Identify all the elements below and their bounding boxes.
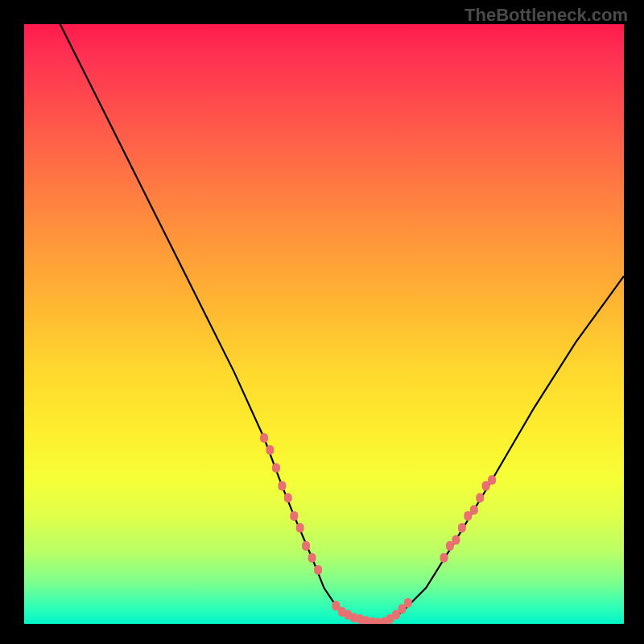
chart-svg — [24, 24, 624, 624]
marker-dot — [356, 614, 364, 624]
marker-dot — [482, 481, 490, 491]
marker-dot — [476, 493, 484, 503]
marker-dot — [440, 553, 448, 563]
marker-dot — [470, 506, 478, 515]
marker-dot — [290, 511, 298, 521]
marker-dot — [362, 616, 370, 624]
marker-dot — [314, 565, 322, 575]
marker-dot — [302, 541, 310, 551]
marker-dot — [266, 445, 274, 455]
marker-dot — [458, 523, 466, 533]
marker-dot — [278, 481, 286, 491]
marker-dot — [344, 610, 352, 620]
marker-dot — [488, 475, 496, 485]
marker-dot — [392, 610, 400, 620]
marker-dot — [260, 433, 268, 443]
marker-dot — [464, 511, 472, 521]
marker-dot — [284, 493, 292, 503]
marker-dot — [452, 535, 460, 545]
marker-dot — [308, 553, 316, 563]
marker-dot — [404, 598, 412, 608]
marker-dot — [386, 614, 394, 624]
main-curve — [60, 24, 624, 624]
marker-dot — [350, 613, 358, 623]
marker-dot — [374, 618, 382, 625]
marker-dot — [398, 604, 406, 613]
marker-dot — [368, 617, 376, 624]
marker-dot — [338, 607, 346, 617]
marker-dot — [332, 601, 340, 611]
chart-plot-area — [24, 24, 624, 624]
marker-dot — [272, 463, 280, 473]
watermark-text: TheBottleneck.com — [464, 5, 628, 26]
marker-dot — [296, 523, 304, 533]
marker-dot — [446, 541, 454, 551]
marker-dot — [380, 617, 388, 624]
